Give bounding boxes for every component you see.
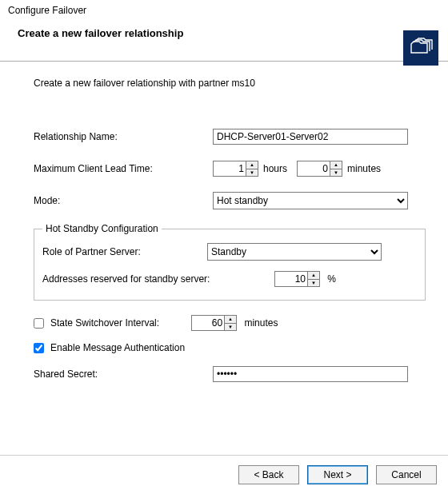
mclt-minutes-spinner[interactable]: ▲ ▼ (297, 161, 342, 177)
wizard-window: Configure Failover Create a new failover… (0, 0, 448, 494)
wizard-footer: < Back Next > Cancel (0, 455, 448, 494)
reserved-pct-up[interactable]: ▲ (308, 272, 319, 280)
minutes-unit: minutes (347, 163, 381, 174)
switchover-minutes-unit: minutes (244, 317, 278, 329)
mclt-minutes-down[interactable]: ▼ (330, 169, 342, 177)
relationship-name-input[interactable] (213, 129, 408, 145)
mclt-label: Maximum Client Lead Time: (34, 163, 213, 174)
enable-msg-auth-label[interactable]: Enable Message Authentication (50, 342, 185, 353)
mclt-minutes-input[interactable] (298, 161, 330, 176)
relationship-name-label: Relationship Name: (34, 131, 213, 142)
switchover-minutes-input[interactable] (192, 316, 224, 330)
intro-text: Create a new failover relationship with … (34, 78, 426, 89)
switchover-minutes-down[interactable]: ▼ (225, 324, 236, 331)
role-select[interactable]: Standby (207, 243, 382, 261)
next-button[interactable]: Next > (307, 465, 368, 484)
mode-label: Mode: (34, 195, 213, 206)
mode-select[interactable]: Hot standby (213, 192, 408, 209)
hot-standby-legend: Hot Standby Configuration (42, 223, 162, 234)
folder-stack-icon (403, 30, 438, 66)
enable-msg-auth-checkbox[interactable] (34, 343, 44, 353)
switchover-minutes-up[interactable]: ▲ (225, 316, 236, 324)
back-button[interactable]: < Back (238, 465, 299, 484)
wizard-subtitle: Create a new failover relationship (0, 16, 448, 39)
switchover-minutes-spinner[interactable]: ▲ ▼ (191, 315, 237, 331)
reserved-label: Addresses reserved for standby server: (42, 273, 274, 285)
window-title: Configure Failover (0, 0, 448, 16)
mclt-hours-up[interactable]: ▲ (246, 161, 258, 169)
reserved-pct-down[interactable]: ▼ (308, 280, 319, 287)
wizard-header: Configure Failover Create a new failover… (0, 0, 448, 62)
hours-unit: hours (263, 163, 287, 174)
state-switchover-label[interactable]: State Switchover Interval: (50, 317, 159, 329)
cancel-button[interactable]: Cancel (376, 465, 437, 484)
wizard-body: Create a new failover relationship with … (0, 62, 448, 384)
reserved-pct-input[interactable] (275, 272, 307, 286)
mclt-hours-spinner[interactable]: ▲ ▼ (213, 161, 258, 177)
hot-standby-group: Hot Standby Configuration Role of Partne… (34, 223, 426, 301)
mclt-hours-input[interactable] (214, 161, 246, 176)
mclt-minutes-up[interactable]: ▲ (330, 161, 342, 169)
shared-secret-label: Shared Secret: (34, 369, 213, 380)
percent-unit: % (327, 273, 336, 285)
state-switchover-checkbox[interactable] (34, 318, 44, 329)
shared-secret-input[interactable] (213, 366, 408, 382)
reserved-pct-spinner[interactable]: ▲ ▼ (274, 271, 320, 287)
role-label: Role of Partner Server: (42, 246, 207, 257)
mclt-hours-down[interactable]: ▼ (246, 169, 258, 177)
